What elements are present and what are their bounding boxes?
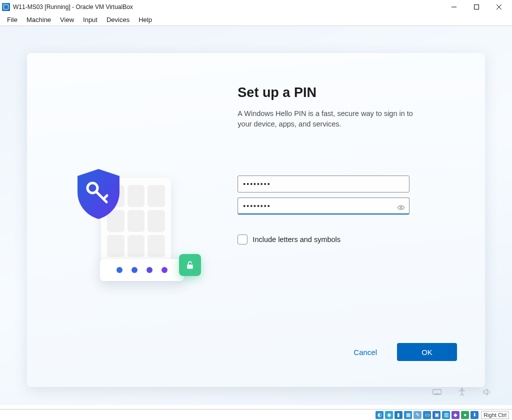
close-button[interactable] xyxy=(488,0,510,14)
menu-help[interactable]: Help xyxy=(134,14,156,25)
status-network-icon[interactable]: ● xyxy=(461,411,469,419)
confirm-pin-field[interactable] xyxy=(238,198,410,214)
status-display-icon[interactable]: ▭ xyxy=(423,411,431,419)
pin-setup-dialog: Set up a PIN A Windows Hello PIN is a fa… xyxy=(27,53,485,387)
pin-field[interactable] xyxy=(238,176,410,192)
virtualbox-statusbar: ◐ ◉ ▮ ▦ ✎ ▭ ▣ ▥ ◆ ● ⬇ Right Ctrl xyxy=(0,409,512,420)
ok-button[interactable]: OK xyxy=(397,343,457,361)
svg-rect-1 xyxy=(474,5,478,10)
reveal-password-icon[interactable] xyxy=(396,203,406,212)
menu-input[interactable]: Input xyxy=(79,14,102,25)
window-titlebar: W11-MS03 [Running] - Oracle VM VirtualBo… xyxy=(0,0,512,14)
menu-view[interactable]: View xyxy=(56,14,78,25)
vm-guest-screen: Set up a PIN A Windows Hello PIN is a fa… xyxy=(0,26,512,405)
status-features-icon[interactable]: ◆ xyxy=(452,411,460,419)
dialog-heading: Set up a PIN xyxy=(238,85,455,100)
status-mouse-icon[interactable]: ⬇ xyxy=(470,411,478,419)
status-cpu-icon[interactable]: ▥ xyxy=(442,411,450,419)
status-hdd-icon[interactable]: ◐ xyxy=(376,411,384,419)
status-folder-icon[interactable]: ▦ xyxy=(404,411,412,419)
keyboard-icon[interactable] xyxy=(432,387,442,397)
window-title: W11-MS03 [Running] - Oracle VM VirtualBo… xyxy=(13,4,133,10)
pin-dots-graphic xyxy=(100,259,184,281)
menubar: File Machine View Input Devices Help xyxy=(0,14,512,26)
host-key-label: Right Ctrl xyxy=(484,412,506,418)
maximize-button[interactable] xyxy=(465,0,488,14)
shield-key-icon xyxy=(73,167,124,220)
dialog-form-pane: Set up a PIN A Windows Hello PIN is a fa… xyxy=(238,53,485,387)
dialog-illustration-pane xyxy=(27,53,238,387)
menu-file[interactable]: File xyxy=(3,14,22,25)
menu-machine[interactable]: Machine xyxy=(22,14,55,25)
pin-illustration xyxy=(73,173,208,278)
svg-rect-4 xyxy=(187,264,193,268)
virtualbox-icon xyxy=(2,3,10,11)
status-recording-icon[interactable]: ▣ xyxy=(432,411,440,419)
svg-point-11 xyxy=(461,388,462,390)
dialog-description: A Windows Hello PIN is a fast, secure wa… xyxy=(238,108,428,130)
minimize-button[interactable] xyxy=(442,0,465,14)
include-symbols-checkbox[interactable] xyxy=(238,234,248,244)
status-audio-icon[interactable]: ✎ xyxy=(414,411,422,419)
windows-quick-tray xyxy=(432,387,492,397)
include-symbols-label: Include letters and symbols xyxy=(252,236,340,244)
status-optical-icon[interactable]: ◉ xyxy=(385,411,393,419)
accessibility-icon[interactable] xyxy=(457,387,467,397)
unlock-icon xyxy=(179,254,201,276)
menu-devices[interactable]: Devices xyxy=(102,14,134,25)
volume-icon[interactable] xyxy=(482,387,492,397)
svg-point-8 xyxy=(400,207,402,208)
host-key-indicator[interactable]: Right Ctrl xyxy=(481,411,509,419)
cancel-button[interactable]: Cancel xyxy=(354,348,377,356)
status-usb-icon[interactable]: ▮ xyxy=(394,411,402,419)
